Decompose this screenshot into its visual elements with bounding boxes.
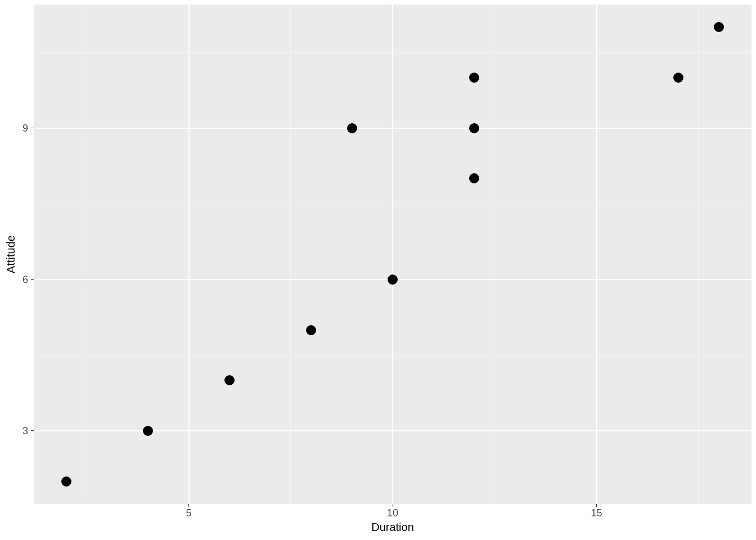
x-axis-label: Duration	[371, 521, 414, 534]
data-point	[224, 375, 235, 385]
data-point	[306, 325, 316, 335]
x-tick-mark	[596, 504, 597, 507]
grid-minor-v	[87, 4, 87, 504]
data-point	[673, 73, 683, 83]
x-tick-label: 10	[387, 507, 398, 519]
y-tick-label: 3	[22, 425, 28, 436]
grid-major-v	[596, 4, 597, 504]
data-point	[61, 476, 71, 487]
x-tick-mark	[188, 504, 189, 507]
grid-major-h	[34, 128, 752, 129]
grid-minor-v	[698, 4, 699, 504]
grid-major-h	[34, 430, 752, 431]
chart-container: Attitude Duration 51015369	[0, 0, 756, 540]
y-tick-mark	[31, 279, 34, 280]
y-tick-mark	[31, 430, 34, 431]
data-point	[469, 123, 479, 133]
x-tick-mark	[393, 504, 393, 507]
grid-minor-v	[290, 4, 291, 504]
grid-minor-v	[494, 4, 495, 504]
data-point	[714, 22, 724, 32]
grid-major-v	[188, 4, 190, 504]
data-point	[347, 123, 357, 133]
data-point	[388, 274, 398, 285]
y-tick-label: 9	[22, 122, 28, 134]
x-tick-label: 15	[591, 507, 602, 519]
y-axis-label: Attitude	[4, 235, 17, 273]
data-point	[469, 73, 479, 83]
data-point	[143, 426, 153, 436]
data-point	[469, 173, 479, 183]
x-tick-label: 5	[186, 507, 191, 519]
grid-major-v	[392, 4, 393, 504]
y-tick-label: 6	[22, 273, 28, 285]
y-tick-mark	[31, 128, 34, 128]
